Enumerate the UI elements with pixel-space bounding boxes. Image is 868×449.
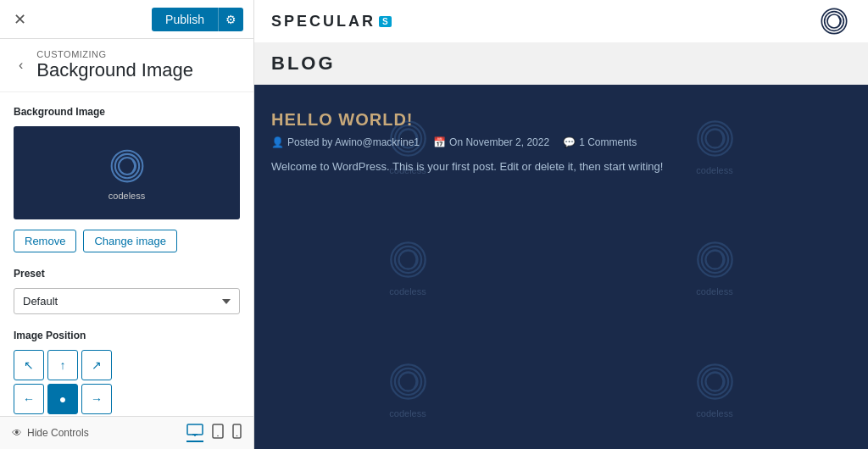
svg-point-0 xyxy=(111,151,142,182)
svg-point-10 xyxy=(821,8,846,33)
svg-rect-3 xyxy=(187,424,203,435)
author-icon: 👤 xyxy=(271,136,284,148)
close-button[interactable]: ✕ xyxy=(10,7,30,32)
tablet-device-button[interactable] xyxy=(212,424,224,442)
codeless-logo-icon xyxy=(106,145,148,187)
position-top-right[interactable]: ↗ xyxy=(81,350,112,380)
panel-content: Background Image codeless Remove Change … xyxy=(0,92,253,416)
settings-button[interactable]: ⚙ xyxy=(218,8,243,31)
blog-banner: BLOG xyxy=(254,42,868,85)
comment-icon: 💬 xyxy=(563,136,576,148)
change-image-button[interactable]: Change image xyxy=(83,230,177,252)
device-icons xyxy=(186,424,242,442)
post-date: 📅 On November 2, 2022 xyxy=(433,136,549,148)
s-badge: S xyxy=(379,16,392,27)
bg-logo-cell: codeless xyxy=(561,328,868,449)
bg-image-section: Background Image codeless Remove Change … xyxy=(14,106,240,252)
section-title: Background Image xyxy=(36,59,193,81)
image-position-label: Image Position xyxy=(14,330,240,341)
preview-label: codeless xyxy=(108,191,145,201)
mobile-icon xyxy=(232,424,242,439)
section-header: ‹ Customizing Background Image xyxy=(0,39,253,92)
publish-area: Publish ⚙ xyxy=(152,8,243,31)
panel-footer: 👁 Hide Controls xyxy=(0,416,253,449)
svg-point-25 xyxy=(391,364,425,398)
site-name-area: SPECULAR S xyxy=(271,13,392,30)
mobile-device-button[interactable] xyxy=(232,424,242,442)
preset-label: Preset xyxy=(14,268,240,280)
bg-image-preview: codeless xyxy=(14,126,240,219)
svg-point-7 xyxy=(217,435,219,437)
preset-select[interactable]: Default Cover Contain Repeat xyxy=(14,288,240,314)
svg-point-22 xyxy=(698,243,732,277)
publish-button[interactable]: Publish xyxy=(152,8,218,31)
bg-codeless-label: codeless xyxy=(389,408,426,419)
bg-codeless-label: codeless xyxy=(696,408,732,419)
blog-heading: BLOG xyxy=(271,53,336,74)
post-author: 👤 Posted by Awino@mackrine1 xyxy=(271,136,420,148)
top-bar: ✕ Publish ⚙ xyxy=(0,0,253,39)
position-middle-right[interactable]: → xyxy=(81,384,112,414)
image-position-section: Image Position ↖ ↑ ↗ ← ● → ↙ ↓ ↘ xyxy=(14,330,240,416)
bg-image-label: Background Image xyxy=(14,106,240,118)
blog-content: codeless codeless codeless codeless code… xyxy=(254,85,868,449)
position-center[interactable]: ● xyxy=(47,384,78,414)
bg-logo-cell: codeless xyxy=(561,206,868,327)
position-middle-left[interactable]: ← xyxy=(14,384,44,414)
post-title: HELLO WORLD! xyxy=(271,110,851,130)
tablet-icon xyxy=(212,424,224,439)
header-logo-icon xyxy=(817,4,851,38)
desktop-icon xyxy=(186,424,203,437)
position-grid: ↖ ↑ ↗ ← ● → ↙ ↓ ↘ xyxy=(14,350,112,416)
eye-icon: 👁 xyxy=(12,427,22,439)
svg-point-9 xyxy=(236,435,238,437)
section-title-wrap: Customizing Background Image xyxy=(36,49,193,81)
svg-point-19 xyxy=(391,243,425,277)
position-top-left[interactable]: ↖ xyxy=(14,350,44,380)
site-preview: SPECULAR S BLOG codeless codeless xyxy=(254,0,868,449)
back-button[interactable]: ‹ xyxy=(14,56,28,75)
post-meta: 👤 Posted by Awino@mackrine1 📅 On Novembe… xyxy=(271,136,851,148)
post-excerpt: Welcome to WordPress. This is your first… xyxy=(271,158,851,175)
calendar-icon: 📅 xyxy=(433,136,446,148)
bg-codeless-label: codeless xyxy=(389,286,426,297)
blog-post: HELLO WORLD! 👤 Posted by Awino@mackrine1… xyxy=(271,102,851,184)
hide-controls-button[interactable]: 👁 Hide Controls xyxy=(12,427,89,439)
post-comments: 💬 1 Comments xyxy=(563,136,637,148)
svg-point-28 xyxy=(698,364,732,398)
customizer-panel: ✕ Publish ⚙ ‹ Customizing Background Ima… xyxy=(0,0,254,449)
hide-controls-label: Hide Controls xyxy=(27,427,89,439)
preset-section: Preset Default Cover Contain Repeat xyxy=(14,268,240,314)
position-top-center[interactable]: ↑ xyxy=(47,350,78,380)
bg-codeless-label: codeless xyxy=(696,286,732,297)
preview-header: SPECULAR S xyxy=(254,0,868,42)
remove-image-button[interactable]: Remove xyxy=(14,230,76,252)
image-buttons: Remove Change image xyxy=(14,230,240,252)
bg-logo-cell: codeless xyxy=(254,328,561,449)
desktop-device-button[interactable] xyxy=(186,424,203,442)
site-name: SPECULAR xyxy=(271,13,376,30)
customizing-label: Customizing xyxy=(36,49,193,59)
bg-logo-cell: codeless xyxy=(254,206,561,327)
